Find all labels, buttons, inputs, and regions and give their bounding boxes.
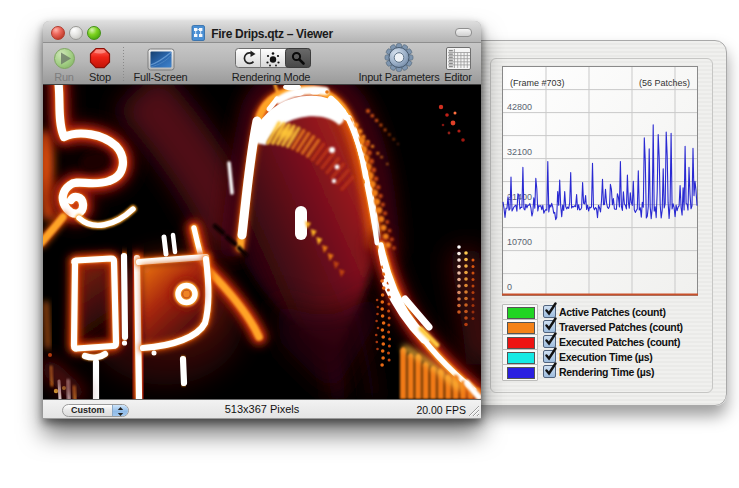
svg-text:42800: 42800 [507,102,532,112]
svg-text:10700: 10700 [507,237,532,247]
svg-text:32100: 32100 [507,147,532,157]
svg-text:(56 Patches): (56 Patches) [639,78,690,88]
svg-text:0: 0 [507,282,512,292]
svg-text:(Frame #703): (Frame #703) [510,78,565,88]
